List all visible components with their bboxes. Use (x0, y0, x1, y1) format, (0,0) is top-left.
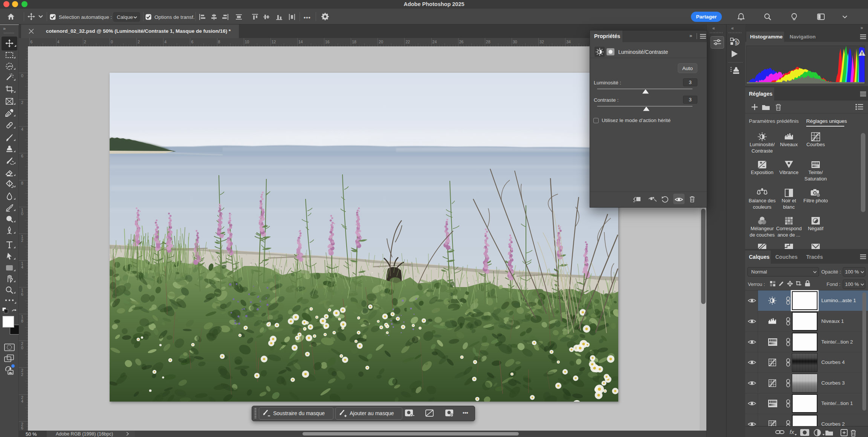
svg-text:5: 5 (735, 40, 738, 45)
